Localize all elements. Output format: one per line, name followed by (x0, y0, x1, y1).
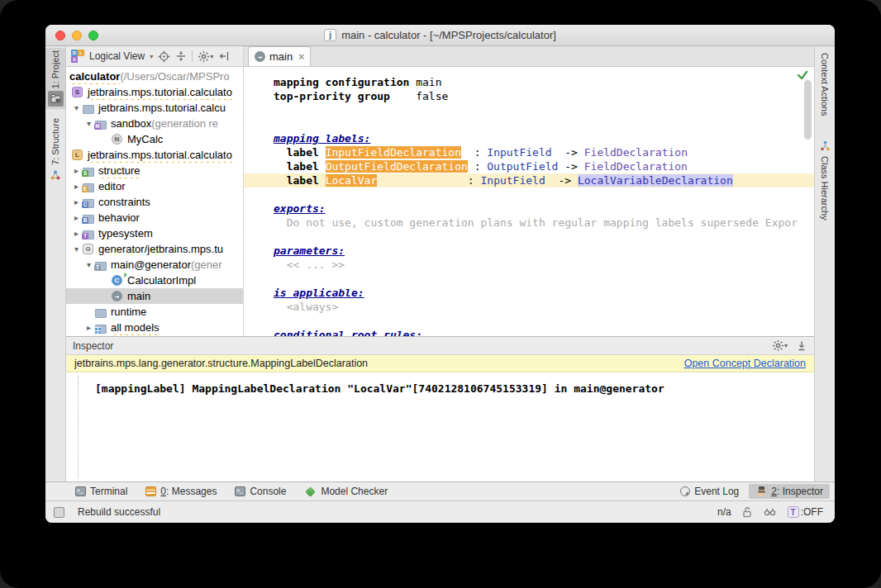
toolwindow-button-console[interactable]: Console (228, 484, 293, 499)
editor-surface[interactable]: mapping configuration maintop-priority g… (244, 67, 814, 336)
chevron-collapsed-icon[interactable]: ▸ (83, 323, 94, 332)
settings-gear-button[interactable]: ▾ (198, 50, 213, 63)
toolwindow-button-0-messages[interactable]: 0: Messages (139, 484, 223, 499)
toolwindow-button-context-actions[interactable]: Context Actions (815, 50, 835, 118)
tree-item-jetbrains-mps-tutorial-calculato[interactable]: jetbrains.mps.tutorial.calculato (66, 84, 243, 100)
collapse-all-button[interactable] (175, 50, 187, 62)
close-window-button[interactable] (55, 31, 65, 40)
traffic-lights (55, 31, 98, 40)
tree-item-all-models[interactable]: ▸all models (66, 320, 243, 335)
tree-item-behavior[interactable]: ▸behavior (66, 210, 243, 225)
tree-item-calculator[interactable]: calculator (/Users/Oscar/MPSPro (66, 69, 243, 84)
code-segment-pl: -> (552, 146, 584, 159)
tw-checker-icon (306, 486, 317, 497)
hide-inspector-button[interactable] (796, 340, 807, 352)
tree-item-sandbox[interactable]: ▾sandbox (generation re (66, 116, 243, 131)
editor-line[interactable]: mapping labels: (274, 131, 814, 145)
hide-panel-button[interactable] (218, 50, 230, 62)
toolwindow-button-model-checker[interactable]: Model Checker (298, 484, 394, 499)
tree-item-jetbrains-mps-tutorial-calcu[interactable]: ▾jetbrains.mps.tutorial.calcu (66, 100, 243, 116)
tree-item-typesystem[interactable]: ▸typesystem (66, 225, 243, 241)
view-mode-selector[interactable]: Logical View (89, 50, 145, 62)
code-segment-kw: mapping configuration (274, 76, 409, 88)
toolwindow-button-event-log[interactable]: Event Log (674, 484, 745, 499)
editor-line[interactable] (274, 103, 814, 117)
editor-line[interactable]: <always> (274, 300, 814, 314)
editor-tab-main[interactable]: main × (248, 46, 311, 66)
tree-item-label: structure (98, 164, 140, 177)
editor-line[interactable]: << ... >> (274, 258, 814, 272)
tree-item-calculatorimpl[interactable]: CalculatorImpl (66, 273, 243, 288)
inspector-content[interactable]: [mappingLabel] MappingLabelDeclaration "… (66, 372, 814, 481)
folder-b-icon (82, 211, 94, 224)
arrow-main-icon (112, 291, 122, 301)
tree-item-label: main@generator (111, 258, 191, 271)
minimize-window-button[interactable] (72, 31, 82, 40)
inspection-ok-check-icon[interactable] (797, 70, 808, 80)
editor-line[interactable]: Do not use, custom generation plans with… (274, 216, 814, 230)
editor-line-current[interactable]: label LocalVar : InputField -> LocalVari… (244, 173, 814, 187)
editor-line[interactable]: label OutputFieldDeclaration : OutputFie… (274, 159, 814, 173)
editor-line[interactable]: parameters: (274, 244, 814, 258)
toolwindow-toggle-grip-icon[interactable] (54, 507, 64, 518)
lock-icon[interactable] (742, 506, 752, 518)
code-segment-hd: parameters: (274, 244, 345, 257)
tree-item-constraints[interactable]: ▸constraints (66, 194, 243, 210)
tree-item-label: jetbrains.mps.tutorial.calculato (88, 149, 232, 161)
scroll-to-node-button[interactable] (158, 50, 170, 63)
chevron-collapsed-icon[interactable]: ▸ (71, 229, 82, 238)
editor-line[interactable] (274, 117, 814, 131)
folder-m-icon (94, 117, 107, 130)
code-segment-kw: label (274, 160, 326, 173)
code-segment-rp: FieldDeclaration (584, 146, 688, 159)
inspector-gear-button[interactable]: ▾ (772, 339, 788, 352)
editor-line[interactable] (274, 230, 814, 244)
editor-line[interactable] (274, 187, 814, 202)
chevron-down-icon: ▾ (150, 53, 153, 60)
toolwindow-button-structure[interactable]: 7: Structure (45, 116, 65, 186)
chevron-collapsed-icon[interactable]: ▸ (71, 182, 82, 191)
chevron-down-icon: ▾ (784, 342, 788, 349)
toolwindow-button-class-hierarchy[interactable]: Class Hierarchy (815, 135, 835, 223)
tree-item-mycalc[interactable]: MyCalc (66, 131, 243, 147)
toolbar-separator (192, 50, 193, 62)
editor-line[interactable]: label InputFieldDeclaration : InputField… (274, 145, 814, 159)
chevron-expanded-icon[interactable]: ▾ (71, 244, 82, 254)
chevron-expanded-icon[interactable]: ▾ (71, 103, 82, 112)
toolwindow-button-structure-label: 7: Structure (50, 118, 60, 165)
highlighting-level-icon[interactable] (763, 507, 777, 518)
open-concept-declaration-link[interactable]: Open Concept Declaration (684, 358, 806, 369)
tree-item-main[interactable]: main (66, 288, 243, 304)
chevron-collapsed-icon[interactable]: ▸ (71, 213, 82, 222)
mapping-label-node-text: [mappingLabel] MappingLabelDeclaration "… (95, 382, 664, 395)
editor-line[interactable] (274, 314, 814, 328)
chevron-expanded-icon[interactable]: ▾ (83, 119, 94, 128)
toolwindow-button-project[interactable]: 1: Project (45, 48, 65, 109)
editor-line[interactable]: mapping configuration main (274, 75, 814, 89)
tree-item-main-generator[interactable]: ▾main@generator (gener (66, 257, 243, 273)
tree-item-generator-jetbrains-mps-tu[interactable]: ▾generator/jetbrains.mps.tu (66, 241, 243, 257)
close-tab-icon[interactable]: × (298, 52, 304, 62)
editor-line[interactable]: is applicable: (274, 286, 814, 300)
chevron-collapsed-icon[interactable]: ▸ (71, 166, 82, 175)
tree-item-jetbrains-mps-tutorial-calculato[interactable]: jetbrains.mps.tutorial.calculato (66, 147, 243, 163)
editor-line[interactable]: exports: (274, 202, 814, 216)
typesystem-toggle[interactable]: T :OFF (788, 506, 823, 518)
toolwindow-button-terminal[interactable]: Terminal (69, 484, 134, 499)
tree-item-suffix: (/Users/Oscar/MPSPro (120, 70, 229, 83)
code-segment-hd: mapping labels: (274, 132, 370, 145)
code-segment-hl: LocalVariableDeclaration (578, 174, 733, 187)
editor-vertical-scrollbar[interactable] (804, 80, 812, 140)
tree-item-structure[interactable]: ▸structure (66, 163, 243, 178)
editor-line[interactable]: top-priority group false (274, 89, 814, 103)
toolwindow-button-label: 2: Inspector (771, 486, 823, 497)
editor-line[interactable] (274, 272, 814, 286)
chevron-expanded-icon[interactable]: ▾ (83, 260, 94, 269)
editor-line[interactable]: conditional root rules: (274, 328, 814, 336)
tree-item-runtime[interactable]: runtime (66, 304, 243, 320)
chevron-collapsed-icon[interactable]: ▸ (71, 197, 82, 206)
lang-l-icon (72, 149, 83, 160)
toolwindow-button-2-inspector[interactable]: 2: Inspector (749, 484, 830, 499)
zoom-window-button[interactable] (88, 31, 98, 40)
tree-item-editor[interactable]: ▸editor (66, 178, 243, 194)
